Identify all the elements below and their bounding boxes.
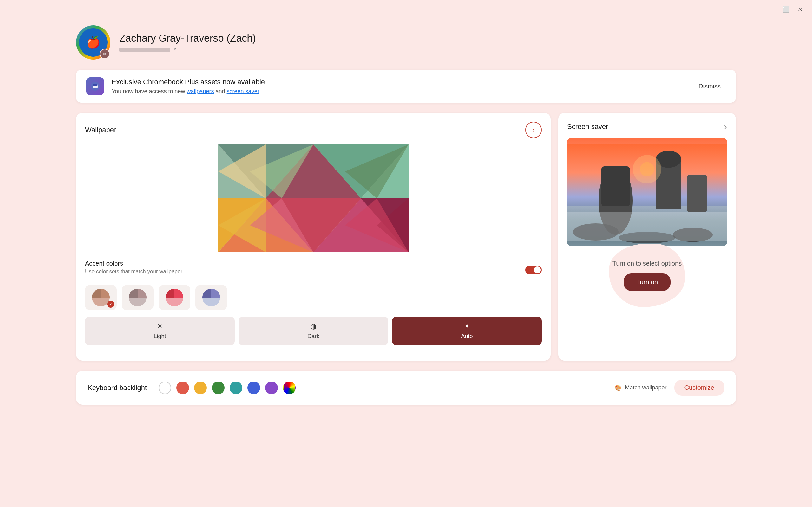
theme-buttons: ☀ Light ◑ Dark ✦ Auto [85, 317, 542, 345]
keyboard-colors [159, 382, 607, 394]
wallpapers-link[interactable]: wallpapers [187, 88, 214, 95]
toggle-knob [534, 267, 541, 274]
profile-info: Zachary Gray-Traverso (Zach) ↗ [119, 32, 256, 53]
notification-banner: Exclusive Chromebook Plus assets now ava… [76, 70, 736, 103]
profile-email-row: ↗ [119, 47, 256, 53]
main-content: 🍎 ✏ Zachary Gray-Traverso (Zach) ↗ Exclu… [0, 13, 812, 417]
swatch-1[interactable]: ✓ [85, 285, 117, 310]
wallpaper-preview[interactable] [85, 145, 542, 252]
accent-title: Accent colors [85, 260, 183, 267]
match-wallpaper-row[interactable]: 🎨 Match wallpaper [615, 384, 666, 391]
notif-desc-prefix: You now have access to new [112, 88, 187, 95]
svg-point-38 [640, 162, 654, 176]
profile-email-bar [119, 48, 170, 52]
screensaver-title: Screen saver [567, 123, 608, 131]
screensaver-header: Screen saver › [567, 122, 727, 132]
turn-on-text: Turn on to select options [612, 260, 681, 267]
close-button[interactable]: ✕ [794, 4, 806, 15]
notification-description: You now have access to new wallpapers an… [112, 88, 686, 95]
kb-color-green[interactable] [212, 382, 224, 394]
light-theme-button[interactable]: ☀ Light [85, 317, 235, 345]
swatch-3-svg [165, 288, 184, 307]
turn-on-section: Turn on to select options Turn on [567, 253, 727, 297]
kb-color-rainbow[interactable] [283, 382, 296, 394]
kb-color-purple[interactable] [265, 382, 278, 394]
light-icon: ☀ [157, 322, 163, 331]
auto-icon: ✦ [464, 322, 470, 331]
avatar-wrapper: 🍎 ✏ [76, 25, 110, 60]
svg-rect-32 [687, 175, 707, 212]
light-label: Light [154, 333, 166, 340]
swatch-check-icon: ✓ [107, 301, 114, 308]
screensaver-preview [567, 138, 727, 246]
accent-toggle-row: Accent colors Use color sets that match … [85, 260, 542, 280]
swatch-2[interactable] [122, 285, 154, 310]
minimize-button[interactable]: — [766, 4, 778, 15]
maximize-button[interactable]: ⬜ [780, 4, 792, 15]
dark-theme-button[interactable]: ◑ Dark [239, 317, 388, 345]
swatch-4-svg [202, 288, 221, 307]
screensaver-nav-icon[interactable]: › [724, 122, 727, 132]
keyboard-section: Keyboard backlight 🎨 Match wallpaper Cus… [76, 371, 736, 405]
screen-saver-link[interactable]: screen saver [227, 88, 259, 95]
avatar-edit-button[interactable]: ✏ [100, 49, 110, 59]
svg-rect-2 [93, 84, 98, 86]
wallpaper-card-header: Wallpaper › [85, 122, 542, 138]
screensaver-image [567, 138, 727, 246]
kb-color-yellow[interactable] [194, 382, 207, 394]
dark-label: Dark [307, 333, 319, 340]
kb-color-teal[interactable] [230, 382, 242, 394]
swatch-4[interactable] [195, 285, 227, 310]
profile-section: 🍎 ✏ Zachary Gray-Traverso (Zach) ↗ [76, 25, 736, 60]
accent-section: Accent colors Use color sets that match … [85, 260, 542, 345]
swatch-2-svg [128, 288, 147, 307]
dismiss-button[interactable]: Dismiss [693, 80, 726, 93]
avatar-emoji: 🍎 [86, 36, 101, 49]
wallpaper-card: Wallpaper › [76, 113, 551, 360]
title-bar: — ⬜ ✕ [760, 0, 812, 19]
svg-rect-36 [567, 212, 727, 240]
wallpaper-nav-button[interactable]: › [525, 122, 542, 138]
screensaver-card: Screen saver › [558, 113, 736, 360]
svg-rect-29 [601, 166, 630, 206]
wallpaper-title: Wallpaper [85, 126, 116, 134]
external-link-icon[interactable]: ↗ [172, 47, 177, 53]
accent-subtitle: Use color sets that match your wallpaper [85, 268, 183, 275]
swatch-3[interactable] [159, 285, 190, 310]
color-swatches: ✓ [85, 285, 542, 310]
auto-label: Auto [461, 333, 473, 340]
turn-on-button[interactable]: Turn on [623, 274, 670, 291]
match-wallpaper-label: Match wallpaper [625, 384, 666, 391]
wallpaper-svg [85, 145, 542, 252]
notification-title: Exclusive Chromebook Plus assets now ava… [112, 78, 686, 86]
accent-toggle[interactable] [525, 266, 542, 274]
dark-icon: ◑ [310, 322, 316, 331]
keyboard-title: Keyboard backlight [88, 384, 151, 392]
auto-theme-button[interactable]: ✦ Auto [392, 317, 542, 345]
screensaver-svg [567, 138, 727, 246]
accent-info: Accent colors Use color sets that match … [85, 260, 183, 280]
cards-row: Wallpaper › [76, 113, 736, 360]
kb-color-blue[interactable] [247, 382, 260, 394]
profile-name: Zachary Gray-Traverso (Zach) [119, 32, 256, 44]
kb-color-red[interactable] [176, 382, 189, 394]
notif-desc-mid: and [214, 88, 227, 95]
match-wallpaper-icon: 🎨 [615, 384, 622, 391]
kb-color-white[interactable] [159, 382, 171, 394]
customize-button[interactable]: Customize [674, 380, 724, 396]
notification-icon [86, 77, 104, 95]
notification-text: Exclusive Chromebook Plus assets now ava… [112, 78, 686, 95]
